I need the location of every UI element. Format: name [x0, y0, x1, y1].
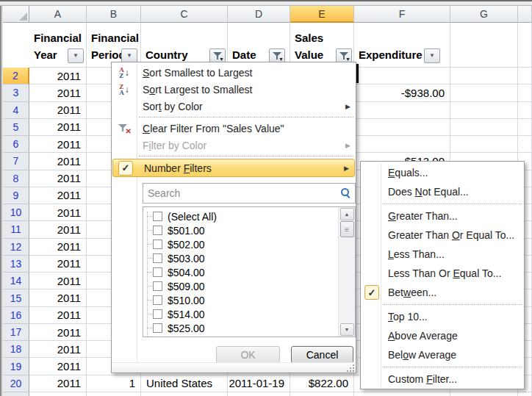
- row-header-5[interactable]: 5: [3, 119, 29, 136]
- submenu-item-does-not-equal[interactable]: Does Not Equal...: [361, 182, 524, 201]
- cell-A2[interactable]: 2011: [29, 68, 87, 84]
- checkbox[interactable]: [153, 309, 162, 319]
- cell-D1[interactable]: Date▼: [228, 23, 290, 68]
- list-item-select-all[interactable]: (Select All): [143, 209, 338, 223]
- list-item-510-00[interactable]: $510.00: [143, 293, 338, 307]
- filter-button-E[interactable]: ▼: [336, 48, 352, 63]
- cell-G6[interactable]: [450, 136, 518, 153]
- cell-C1[interactable]: Country▼: [141, 23, 228, 68]
- filter-button-C[interactable]: ▼: [209, 48, 226, 63]
- cell-D20[interactable]: 2011-01-19: [228, 375, 290, 392]
- column-header-C[interactable]: C: [141, 6, 228, 23]
- row-header-20[interactable]: 20: [3, 375, 29, 392]
- cell-E20[interactable]: $822.00: [290, 375, 354, 392]
- cell-G1[interactable]: [450, 23, 518, 68]
- row-header-4[interactable]: 4: [3, 102, 29, 119]
- list-item-partial[interactable]: [143, 335, 338, 336]
- row-header-14[interactable]: 14: [3, 273, 29, 289]
- checkbox[interactable]: [153, 240, 162, 249]
- menu-item-sort-by-color[interactable]: Sort by Color▶: [112, 98, 356, 115]
- list-item-502-00[interactable]: $502.00: [143, 237, 338, 251]
- cell-A10[interactable]: 2011: [29, 204, 87, 221]
- cell-F5[interactable]: [354, 119, 450, 136]
- filter-button-F[interactable]: ▼: [424, 48, 440, 63]
- checkbox[interactable]: [153, 295, 162, 305]
- row-header-16[interactable]: 16: [3, 307, 29, 324]
- cell-A8[interactable]: 2011: [29, 170, 87, 187]
- cell-B1[interactable]: FinancialPeriod▼: [87, 23, 141, 68]
- submenu-item-greater-than[interactable]: Greater Than...: [361, 206, 524, 226]
- column-header-G[interactable]: G: [450, 6, 518, 23]
- cell-G3[interactable]: [450, 84, 518, 101]
- cell-A3[interactable]: 2011: [29, 84, 87, 101]
- checkbox[interactable]: [153, 281, 162, 291]
- cell-A13[interactable]: 2011: [29, 256, 87, 273]
- list-item-501-00[interactable]: $501.00: [143, 223, 338, 237]
- select-all-corner[interactable]: [3, 6, 29, 23]
- submenu-item-less-than[interactable]: Less Than...: [361, 245, 524, 264]
- submenu-item-below-average[interactable]: Below Average: [361, 345, 524, 364]
- menu-item-sort-smallest-to-largest[interactable]: AZ↓Sort Smallest to Largest: [112, 64, 356, 81]
- row-header-18[interactable]: 18: [3, 341, 29, 358]
- list-item-509-00[interactable]: $509.00: [143, 279, 338, 293]
- cell-F6[interactable]: [354, 136, 450, 153]
- column-header-E[interactable]: E: [290, 6, 354, 23]
- row-header-11[interactable]: 11: [3, 221, 29, 238]
- submenu-item-top-10[interactable]: Top 10...: [361, 307, 524, 326]
- row-header-13[interactable]: 13: [3, 256, 29, 273]
- column-header-partial[interactable]: [518, 6, 532, 23]
- column-header-B[interactable]: B: [87, 6, 141, 23]
- cell-H4[interactable]: [518, 102, 532, 119]
- cell-A4[interactable]: 2011: [29, 102, 87, 119]
- row-header-7[interactable]: 7: [3, 153, 29, 170]
- checkbox[interactable]: [153, 253, 162, 263]
- row-header-19[interactable]: 19: [3, 358, 29, 375]
- cell-F2[interactable]: [354, 68, 450, 84]
- filter-button-A[interactable]: ▼: [68, 48, 84, 63]
- submenu-item-above-average[interactable]: Above Average: [361, 326, 524, 345]
- menu-resize-bar[interactable]: [112, 362, 356, 372]
- scroll-down-button[interactable]: ▼: [340, 323, 354, 336]
- cell-C20[interactable]: United States: [141, 375, 228, 392]
- search-input[interactable]: [143, 183, 356, 204]
- cell-partial1[interactable]: [518, 23, 532, 68]
- cell-G5[interactable]: [450, 119, 518, 136]
- submenu-item-greater-than-or-equal-to[interactable]: Greater Than Or Equal To...: [361, 226, 524, 245]
- cell-A12[interactable]: 2011: [29, 239, 87, 256]
- menu-item-clear-filter[interactable]: ✕Clear Filter From "Sales Value": [112, 120, 356, 137]
- submenu-item-between[interactable]: ✓Between...: [361, 283, 524, 302]
- filter-button-B[interactable]: ▼: [121, 48, 137, 63]
- menu-item-number-filters[interactable]: ✓Number Filters▶: [112, 159, 355, 177]
- cell-H3[interactable]: [518, 84, 532, 101]
- cell-F3[interactable]: -$938.00: [354, 84, 450, 101]
- cell-A1[interactable]: FinancialYear▼: [29, 23, 87, 68]
- checkbox[interactable]: [153, 267, 162, 277]
- resize-grip-icon[interactable]: [346, 364, 354, 372]
- cell-E1[interactable]: SalesValue▼: [290, 23, 354, 68]
- cell-F4[interactable]: [354, 102, 450, 119]
- cell-A16[interactable]: 2011: [29, 307, 87, 324]
- row-header-3[interactable]: 3: [3, 84, 29, 101]
- list-item-525-00[interactable]: $525.00: [143, 321, 338, 335]
- cell-F1[interactable]: Expenditure▼: [354, 23, 450, 68]
- cancel-button[interactable]: Cancel: [291, 346, 353, 364]
- cell-A14[interactable]: 2011: [29, 273, 87, 289]
- row-header-9[interactable]: 9: [3, 187, 29, 204]
- row-header-2[interactable]: 2: [3, 68, 29, 84]
- column-header-D[interactable]: D: [228, 6, 290, 23]
- cell-B20[interactable]: 1: [87, 375, 141, 392]
- cell-A15[interactable]: 2011: [29, 289, 87, 306]
- row-header-17[interactable]: 17: [3, 324, 29, 341]
- cell-H5[interactable]: [518, 119, 532, 136]
- list-item-514-00[interactable]: $514.00: [143, 307, 338, 321]
- cell-A5[interactable]: 2011: [29, 119, 87, 136]
- cell-A6[interactable]: 2011: [29, 136, 87, 153]
- cell-A19[interactable]: 2011: [29, 358, 87, 375]
- submenu-item-less-than-or-equal-to[interactable]: Less Than Or Equal To...: [361, 264, 524, 283]
- cell-G2[interactable]: [450, 68, 518, 84]
- row-header-10[interactable]: 10: [3, 204, 29, 221]
- cell-A18[interactable]: 2011: [29, 341, 87, 358]
- cell-A20[interactable]: 2011: [29, 375, 87, 392]
- filter-button-D[interactable]: ▼: [269, 48, 285, 63]
- row-header-6[interactable]: 6: [3, 136, 29, 153]
